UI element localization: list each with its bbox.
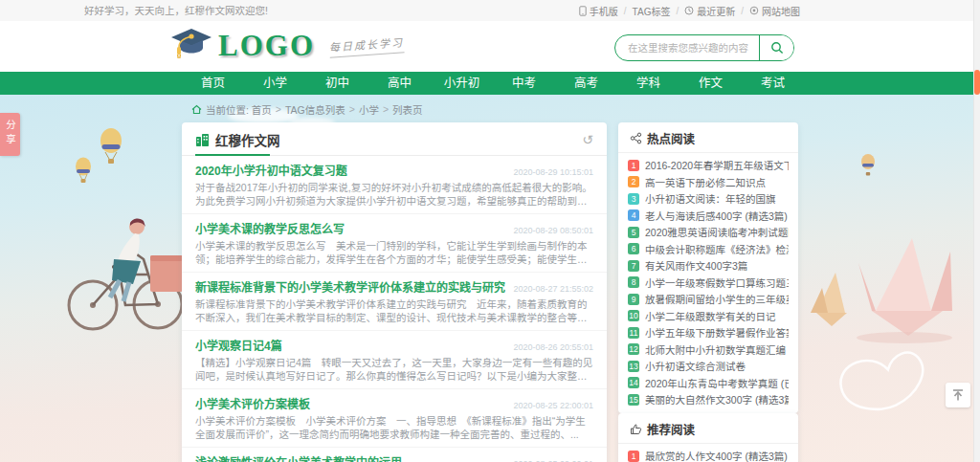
hot-item[interactable]: 2高一英语下册必修二知识点 — [628, 174, 789, 191]
article-title-link[interactable]: 2020年小学升初中语文复习题 — [195, 162, 505, 178]
topbar-link-recent[interactable]: 最近更新 — [684, 4, 735, 18]
nav-item-composition[interactable]: 作文 — [679, 72, 742, 95]
hot-item-text: 小学二年级跟数学有关的日记 — [645, 309, 776, 323]
back-to-top-button[interactable] — [946, 383, 970, 407]
nav-item-exam[interactable]: 考试 — [742, 72, 804, 95]
rank-badge: 13 — [628, 361, 639, 372]
nav-item-home[interactable]: 首页 — [182, 72, 244, 95]
topbar-link-tags[interactable]: TAG标签 — [633, 4, 671, 18]
recommend-item[interactable]: 1最欣赏的人作文400字 (精选3篇) — [628, 448, 789, 462]
rank-badge: 15 — [628, 394, 639, 406]
rank-badge: 1 — [628, 451, 639, 462]
search-button[interactable] — [759, 35, 793, 60]
hot-reads-icon — [630, 132, 642, 144]
page-background: 当前位置: 首页 > TAG信息列表 > 小学 > 列表页 分享 红穆作文网 ↺… — [0, 95, 980, 462]
breadcrumb-separator: > — [349, 103, 355, 115]
hot-item-text: 2020雅思英语阅读临考冲刺试题附答案 — [645, 225, 789, 239]
article-title-link[interactable]: 小学观察日记4篇 — [195, 337, 505, 353]
section-header: 红穆作文网 ↺ — [182, 122, 607, 156]
article-title-link[interactable]: 小学美术课的教学反思怎么写 — [195, 220, 505, 236]
hot-item[interactable]: 7有关风雨作文400字3篇 — [628, 257, 789, 275]
hot-item[interactable]: 4老人与海读后感400字 (精选3篇) — [628, 208, 789, 225]
hot-item[interactable]: 8小学一年级寒假数学口算练习题三篇 — [628, 275, 789, 292]
article-date: 2020-08-25 22:00:01 — [513, 401, 593, 410]
rank-badge: 10 — [628, 310, 639, 321]
breadcrumb-item-xiaoxue[interactable]: 小学 — [359, 102, 379, 117]
article-title-link[interactable]: 新课程标准背景下的小学美术教学评价体系建立的实践与研究 — [195, 278, 505, 295]
rank-badge: 3 — [628, 193, 639, 205]
nav-item-gaokao[interactable]: 高考 — [555, 72, 617, 95]
rank-badge: 4 — [628, 209, 639, 221]
section-title: 红穆作文网 — [215, 130, 280, 149]
hot-reads-list: 12016-2020年春学期五年级语文下期末模拟 2高一英语下册必修二知识点 3… — [618, 153, 798, 413]
breadcrumb-separator: > — [383, 103, 389, 115]
breadcrumb-separator: > — [276, 103, 281, 115]
hot-item[interactable]: 15美丽的大自然作文300字 (精选3篇) — [628, 391, 789, 408]
hot-item[interactable]: 12北师大附中小升初数学真题汇编 — [628, 341, 789, 359]
share-button[interactable]: 分享 — [0, 113, 20, 156]
hot-item-text: 小学五年级下册数学暑假作业答案【20-61 — [645, 325, 789, 340]
balloons-illustration — [67, 120, 140, 192]
breadcrumb-item-home[interactable]: 首页 — [252, 102, 272, 117]
clock-icon — [684, 6, 694, 15]
logo-text: LOGO — [218, 29, 315, 63]
slogan-text: 每日成长学习 — [328, 33, 404, 57]
breadcrumb-item-tag-list[interactable]: TAG信息列表 — [285, 102, 345, 117]
article-date: 2020-08-29 08:50:01 — [513, 226, 593, 235]
thumbs-up-icon — [630, 423, 642, 435]
hot-item[interactable]: 3小升初语文阅读：年轻的国旗 — [628, 190, 789, 208]
topbar-link-label: 最近更新 — [697, 4, 735, 18]
nav-item-senior-high[interactable]: 高中 — [368, 72, 431, 95]
hot-item[interactable]: 11小学五年级下册数学暑假作业答案【20-61 — [628, 324, 789, 341]
scrollbar-thumb[interactable] — [974, 70, 980, 95]
hot-item[interactable]: 13小升初语文综合测试卷 — [628, 358, 789, 375]
recommend-list: 1最欣赏的人作文400字 (精选3篇) 2关于感恩的中考满分作文600字 — [618, 444, 798, 462]
rank-badge: 9 — [628, 294, 639, 305]
recommend-header: 推荐阅读 — [618, 413, 798, 444]
topbar-link-mobile[interactable]: 手机版 — [579, 4, 618, 18]
breadcrumb-item-list-page[interactable]: 列表页 — [392, 102, 423, 117]
hot-item-text: 2016-2020年春学期五年级语文下期末模拟 — [645, 158, 789, 172]
hot-item-text: 小学一年级寒假数学口算练习题三篇 — [645, 275, 789, 290]
rank-badge: 14 — [628, 377, 639, 388]
hot-item[interactable]: 10小学二年级跟数学有关的日记 — [628, 308, 789, 325]
hot-item[interactable]: 142020年山东青岛中考数学真题 (已公布) — [628, 375, 789, 392]
article-item: 小学美术评价方案模板 2020-08-25 22:00:01 小学美术评价方案模… — [182, 389, 607, 448]
hot-item-text: 有关风雨作文400字3篇 — [645, 258, 747, 273]
scrollbar[interactable] — [973, 0, 980, 462]
topbar-link-label: TAG标签 — [633, 4, 671, 18]
nav-item-junior-high[interactable]: 初中 — [306, 72, 368, 95]
search-input[interactable] — [615, 35, 759, 60]
site-icon — [195, 133, 210, 147]
nav-item-subject[interactable]: 学科 — [617, 72, 679, 95]
topbar-link-sitemap[interactable]: 网站地图 — [749, 4, 800, 18]
refresh-icon[interactable]: ↺ — [582, 133, 593, 146]
article-title-link[interactable]: 小学美术评价方案模板 — [195, 395, 505, 411]
nav-item-xiaoshengchu[interactable]: 小升初 — [431, 72, 493, 95]
hot-item[interactable]: 52020雅思英语阅读临考冲刺试题附答案 — [628, 224, 789, 241]
main-nav: 首页 小学 初中 高中 小升初 中考 高考 学科 作文 考试 — [0, 72, 980, 95]
hot-item-text: 放暑假期间留给小学生的三年级英语作文范文 — [645, 292, 789, 306]
article-item: 2020年小学升初中语文复习题 2020-08-29 10:15:01 对于备战… — [182, 156, 607, 214]
nav-item-primary-school[interactable]: 小学 — [244, 72, 306, 95]
article-date: 2020-08-27 21:55:02 — [513, 284, 593, 294]
topbar-link-label: 网站地图 — [762, 4, 800, 18]
article-item: 浅论激励性评价在小学美术教学中的运用 2020-08-25 09:00:01 浅… — [182, 448, 607, 462]
article-title-link[interactable]: 浅论激励性评价在小学美术教学中的运用 — [195, 453, 505, 462]
rank-badge: 7 — [628, 260, 639, 272]
article-date: 2020-08-26 20:55:01 — [513, 342, 593, 352]
site-logo[interactable]: LOGO — [170, 27, 315, 65]
article-excerpt: 小学美术课的教学反思怎么写 美术是一门特别的学科，它能让学生学到绘画与制作的本领… — [195, 239, 593, 266]
article-item: 新课程标准背景下的小学美术教学评价体系建立的实践与研究 2020-08-27 2… — [182, 273, 607, 331]
hot-item-text: 老人与海读后感400字 (精选3篇) — [645, 209, 788, 223]
rank-badge: 6 — [628, 243, 639, 254]
recommend-title: 推荐阅读 — [647, 420, 695, 438]
topbar-links: 手机版 / TAG标签 / 最近更新 / 网站地图 — [579, 0, 800, 21]
hot-item[interactable]: 12016-2020年春学期五年级语文下期末模拟 — [628, 157, 789, 174]
rank-badge: 11 — [628, 327, 639, 339]
hot-item[interactable]: 6中级会计职称题库《经济法》检测题 — [628, 241, 789, 258]
article-item: 小学美术课的教学反思怎么写 2020-08-29 08:50:01 小学美术课的… — [182, 214, 607, 273]
hot-item[interactable]: 9放暑假期间留给小学生的三年级英语作文范文 — [628, 291, 789, 308]
breadcrumb: 当前位置: 首页 > TAG信息列表 > 小学 > 列表页 — [191, 101, 423, 117]
nav-item-zhongkao[interactable]: 中考 — [493, 72, 555, 95]
